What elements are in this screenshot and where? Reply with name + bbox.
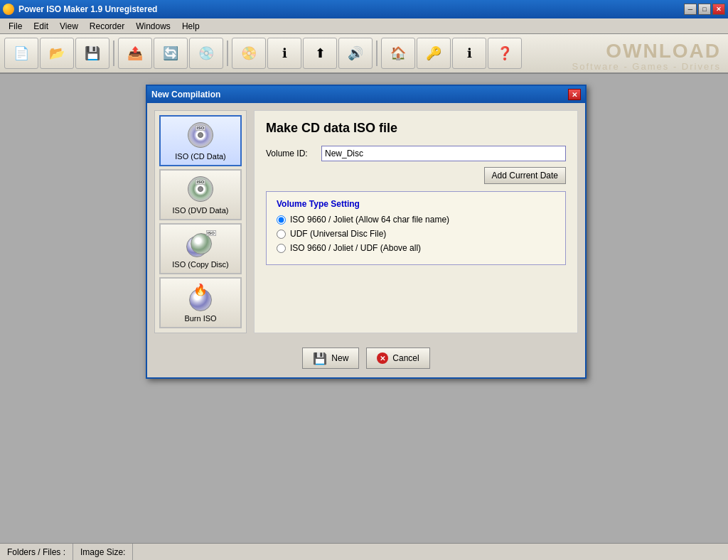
dvd-hole (198, 186, 203, 192)
cancel-icon: ✕ (377, 352, 388, 364)
toolbar-sep1 (113, 41, 114, 66)
toolbar: 📄 📂 💾 📤 🔄 💿 📀 ℹ ⬆ 🔊 🏠 🔑 ℹ ❓ OWNLOAD Soft… (0, 34, 728, 74)
cancel-button[interactable]: ✕ Cancel (366, 348, 429, 369)
burn-iso-item[interactable]: 🔥 Burn ISO (159, 277, 242, 328)
folders-files-section: Folders / Files : (0, 544, 73, 560)
new-btn-icon: 💾 (313, 352, 327, 365)
iso-dvd-icon: ISO (188, 176, 213, 202)
volume-id-input[interactable] (321, 146, 566, 161)
iso-cd-icon: ISO (188, 122, 213, 148)
menu-view[interactable]: View (54, 20, 84, 33)
volume-id-row: Volume ID: (266, 146, 566, 161)
watermark-sub: Software - Games - Drivers (572, 61, 721, 72)
iso-cd-label: ISO (CD Data) (175, 152, 226, 161)
toolbar-key-btn[interactable]: 🔑 (417, 38, 451, 69)
new-compilation-dialog: New Compilation ✕ ISO ISO (CD Data) (146, 85, 587, 379)
cd-hole (198, 132, 203, 138)
toolbar-save-btn[interactable]: 💾 (75, 38, 109, 69)
radio-iso9660-joliet[interactable] (277, 215, 286, 225)
add-date-row: Add Current Date (266, 167, 566, 184)
menu-recorder[interactable]: Recorder (84, 20, 130, 33)
image-size-label: Image Size: (80, 547, 125, 557)
radio-row-1: ISO 9660 / Joliet (Allow 64 char file na… (277, 215, 555, 225)
radio-iso9660-udf[interactable] (277, 244, 286, 253)
toolbar-upload-btn[interactable]: ⬆ (303, 38, 337, 69)
menu-windows[interactable]: Windows (130, 20, 176, 33)
new-btn-label: New (331, 353, 348, 363)
menu-file[interactable]: File (3, 20, 28, 33)
iso-copy-label: ISO (Copy Disc) (172, 260, 228, 269)
toolbar-burn-btn[interactable]: 💿 (189, 38, 223, 69)
iso-dvd-label: ISO (DVD Data) (173, 206, 229, 215)
toolbar-open-btn[interactable]: 📂 (40, 38, 74, 69)
image-size-section: Image Size: (73, 544, 133, 560)
radio-row-3: ISO 9660 / Joliet / UDF (Above all) (277, 243, 555, 253)
add-current-date-button[interactable]: Add Current Date (484, 167, 566, 184)
radio-iso9660-udf-label: ISO 9660 / Joliet / UDF (Above all) (290, 243, 421, 253)
burn-iso-label: Burn ISO (184, 314, 216, 323)
folders-files-label: Folders / Files : (7, 547, 65, 557)
minimize-button[interactable]: ─ (684, 4, 697, 15)
toolbar-help-btn[interactable]: ❓ (488, 38, 522, 69)
volume-id-label: Volume ID: (266, 149, 316, 158)
menubar: File Edit View Recorder Windows Help (0, 18, 728, 34)
app-title: Power ISO Maker 1.9 Unregistered (18, 4, 684, 14)
dialog-titlebar: New Compilation ✕ (147, 86, 585, 103)
radio-row-2: UDF (Universal Disc File) (277, 229, 555, 239)
toolbar-home-btn[interactable]: 🏠 (381, 38, 415, 69)
toolbar-convert-btn[interactable]: 🔄 (154, 38, 188, 69)
radio-udf[interactable] (277, 230, 286, 239)
right-panel: Make CD data ISO file Volume ID: Add Cur… (254, 110, 578, 333)
left-panel: ISO ISO (CD Data) ISO ISO (DVD Data) (154, 110, 247, 333)
new-button[interactable]: 💾 New (302, 348, 359, 369)
toolbar-info-btn[interactable]: ℹ (267, 38, 301, 69)
volume-type-section: Volume Type Setting ISO 9660 / Joliet (A… (266, 191, 566, 265)
toolbar-volume-btn[interactable]: 🔊 (338, 38, 373, 69)
maximize-button[interactable]: □ (698, 4, 711, 15)
dialog-footer: 💾 New ✕ Cancel (147, 340, 585, 377)
watermark: OWNLOAD (606, 40, 721, 63)
statusbar: Folders / Files : Image Size: (0, 543, 728, 560)
radio-udf-label: UDF (Universal Disc File) (290, 229, 386, 239)
close-button[interactable]: ✕ (712, 4, 725, 15)
toolbar-new-btn[interactable]: 📄 (4, 38, 38, 69)
panel-title: Make CD data ISO file (266, 121, 566, 136)
menu-help[interactable]: Help (176, 20, 205, 33)
dialog-title: New Compilation (151, 90, 568, 99)
window-controls: ─ □ ✕ (684, 4, 725, 15)
iso-copy-disc-item[interactable]: ISO ISO (Copy Disc) (159, 223, 242, 274)
toolbar-iso-btn[interactable]: 📀 (232, 38, 266, 69)
iso-dvd-data-item[interactable]: ISO ISO (DVD Data) (159, 169, 242, 220)
dialog-close-button[interactable]: ✕ (568, 89, 581, 100)
toolbar-sep2 (227, 41, 228, 66)
volume-type-title: Volume Type Setting (277, 199, 555, 209)
cancel-btn-label: Cancel (392, 353, 419, 363)
dialog-body: ISO ISO (CD Data) ISO ISO (DVD Data) (147, 103, 585, 340)
app-icon (3, 4, 14, 15)
radio-iso9660-joliet-label: ISO 9660 / Joliet (Allow 64 char file na… (290, 215, 449, 225)
toolbar-sep3 (376, 41, 378, 66)
toolbar-extract-btn[interactable]: 📤 (118, 38, 152, 69)
iso-cd-data-item[interactable]: ISO ISO (CD Data) (159, 115, 242, 166)
main-area: New Compilation ✕ ISO ISO (CD Data) (0, 74, 728, 543)
menu-edit[interactable]: Edit (28, 20, 54, 33)
toolbar-about-btn[interactable]: ℹ (452, 38, 486, 69)
titlebar: Power ISO Maker 1.9 Unregistered ─ □ ✕ (0, 0, 728, 18)
